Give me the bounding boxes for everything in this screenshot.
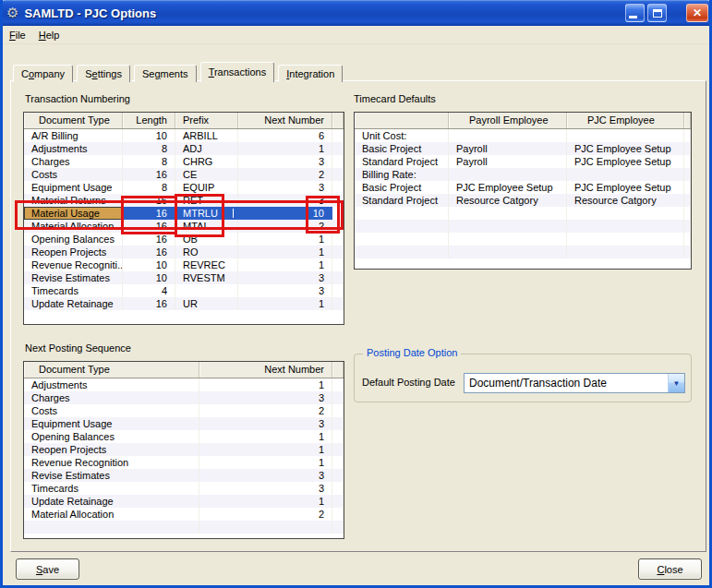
table-cell[interactable] [332,233,344,246]
table-cell[interactable] [567,220,684,233]
table-cell[interactable]: Revenue Recogniti... [24,258,123,271]
table-cell[interactable]: OB [175,233,238,246]
table-row[interactable]: Update Retainage16UR1 [24,297,344,310]
table-cell[interactable]: 3 [238,155,332,168]
table-row[interactable]: Revise Estimates10RVESTM3 [24,271,344,284]
table-cell[interactable] [684,181,691,194]
table-cell[interactable]: 10 [238,207,332,220]
table-cell[interactable]: 1 [199,430,332,443]
table-cell[interactable]: 3 [238,271,332,284]
table-cell[interactable]: 8 [123,181,175,194]
table-cell[interactable]: Material Allocation [24,508,199,521]
menu-help[interactable]: Help [32,28,66,42]
table-cell[interactable] [449,168,567,181]
table-cell[interactable]: 16 [123,233,175,246]
next-posting-sequence-grid[interactable]: Document TypeNext NumberAdjustments1Char… [23,361,344,539]
table-row[interactable]: Equipment Usage3 [24,417,344,430]
table-cell[interactable]: 4 [123,284,175,297]
table-cell[interactable] [199,521,332,534]
transaction-numbering-grid[interactable]: Document TypeLengthPrefixNext NumberA/R … [23,112,344,325]
title-bar[interactable]: ⚙ SAMLTD - PJC Options ✕ [0,0,712,26]
table-cell[interactable]: Material Usage [24,207,123,220]
table-cell[interactable]: 3 [238,181,332,194]
table-cell[interactable]: 3 [199,391,332,404]
table-row[interactable]: Material Allocation16MTAL2 [24,220,344,233]
table-cell[interactable]: 3 [199,469,332,482]
table-cell[interactable]: Opening Balances [24,233,123,246]
table-cell[interactable]: Billing Rate: [355,168,449,181]
timecard-defaults-grid[interactable]: Payroll EmployeePJC EmployeeUnit Cost:Ba… [354,112,692,270]
table-cell[interactable]: Standard Project [355,155,449,168]
table-cell[interactable]: MTAL [175,220,238,233]
table-cell[interactable]: 1 [238,258,332,271]
table-cell[interactable] [567,207,684,220]
table-cell[interactable]: 3 [199,482,332,495]
table-cell[interactable] [332,430,344,443]
table-cell[interactable]: PJC Employee Setup [567,142,684,155]
tab-segments[interactable]: Segments [134,65,197,82]
table-cell[interactable] [332,297,344,310]
table-cell[interactable] [567,246,684,258]
table-row[interactable]: Charges3 [24,391,344,404]
table-cell[interactable]: 1 [199,495,332,508]
table-cell[interactable] [332,521,344,534]
table-cell[interactable]: 2 [238,168,332,181]
table-row[interactable]: Material Usage16MTRLU10 [24,207,344,220]
table-row[interactable]: Basic ProjectPayrollPJC Employee Setup [355,142,691,155]
table-cell[interactable]: Charges [24,391,199,404]
table-cell[interactable] [332,142,344,155]
table-cell[interactable]: 3 [238,284,332,297]
table-row[interactable] [355,246,691,258]
table-cell[interactable]: 2 [199,508,332,521]
table-cell[interactable]: Reopen Projects [24,443,199,456]
table-cell[interactable]: PJC Employee Setup [449,181,567,194]
table-row[interactable]: Equipment Usage8EQUIP3 [24,181,344,194]
table-cell[interactable] [332,246,344,258]
table-cell[interactable] [332,404,344,417]
table-cell[interactable]: Resource Catgory [567,194,684,207]
table-cell[interactable] [567,129,684,142]
table-cell[interactable]: PJC Employee Setup [567,155,684,168]
table-cell[interactable]: Payroll [449,142,567,155]
table-cell[interactable] [355,207,449,220]
table-row[interactable]: Standard ProjectResource CatgoryResource… [355,194,691,207]
table-cell[interactable]: 8 [123,142,175,155]
tab-transactions[interactable]: Transactions [200,62,275,82]
table-cell[interactable]: Adjustments [24,378,199,391]
table-cell[interactable] [332,129,344,142]
tab-settings[interactable]: Settings [77,65,130,82]
table-cell[interactable]: 1 [199,456,332,469]
table-row[interactable]: A/R Billing10ARBILL6 [24,129,344,142]
table-row[interactable]: Update Retainage1 [24,495,344,508]
table-cell[interactable] [355,220,449,233]
table-cell[interactable]: MTRLU [175,207,238,220]
table-row[interactable] [355,207,691,220]
table-cell[interactable] [332,417,344,430]
table-row[interactable]: Charges8CHRG3 [24,155,344,168]
table-cell[interactable]: Resource Catgory [449,194,567,207]
table-cell[interactable] [332,258,344,271]
table-cell[interactable] [332,482,344,495]
table-cell[interactable]: Material Allocation [24,220,123,233]
table-cell[interactable]: Adjustments [24,142,123,155]
table-cell[interactable]: ARBILL [175,129,238,142]
table-cell[interactable] [449,246,567,258]
table-row[interactable] [355,233,691,246]
table-cell[interactable] [449,220,567,233]
table-row[interactable]: Standard ProjectPayrollPJC Employee Setu… [355,155,691,168]
close-button[interactable]: ✕ [686,4,708,22]
close-dialog-button[interactable]: Close [638,558,702,580]
combo-dropdown-button[interactable]: ▼ [668,374,684,392]
table-cell[interactable]: Material Returns [24,194,123,207]
table-cell[interactable] [332,378,344,391]
table-cell[interactable] [684,207,691,220]
table-row[interactable]: Billing Rate: [355,168,691,181]
default-posting-date-select[interactable]: Document/Transaction Date ▼ [464,373,685,393]
menu-file[interactable]: File [3,28,32,42]
table-cell[interactable]: ADJ [175,142,238,155]
table-row[interactable]: Costs16CE2 [24,168,344,181]
table-row[interactable]: Opening Balances1 [24,430,344,443]
table-cell[interactable]: UR [175,297,238,310]
table-cell[interactable]: Revenue Recognition [24,456,199,469]
table-cell[interactable] [684,155,691,168]
